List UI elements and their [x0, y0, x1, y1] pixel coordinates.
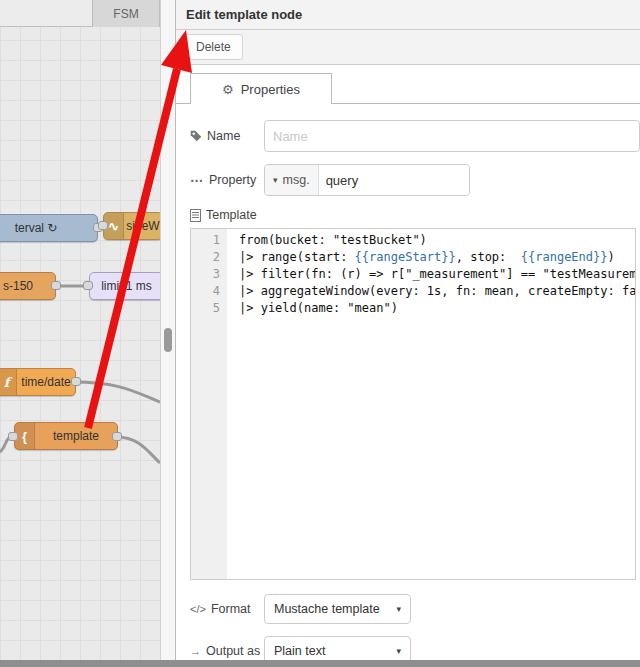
- tab-properties[interactable]: ⚙ Properties: [190, 73, 332, 104]
- port-in-sinewave[interactable]: [98, 221, 108, 230]
- template-label-text: Template: [206, 208, 257, 222]
- node-s150[interactable]: s-150: [0, 272, 56, 300]
- property-label-text: Property: [209, 173, 256, 187]
- node-sinewave-label: sineW: [124, 213, 160, 239]
- chevron-down-icon: ▾: [273, 175, 278, 185]
- gear-icon: ⚙: [222, 82, 234, 97]
- node-interval[interactable]: terval ↻: [0, 214, 98, 242]
- name-label: Name: [190, 129, 264, 143]
- template-label-row: Template: [190, 208, 640, 222]
- name-label-text: Name: [207, 129, 240, 143]
- format-select-value: Mustache template: [274, 602, 380, 616]
- format-row: </> Format Mustache template ▾: [190, 594, 640, 624]
- node-limit-label: limit 1 ms: [90, 273, 160, 299]
- tab-properties-label: Properties: [241, 82, 300, 97]
- template-brace-icon: {: [15, 423, 35, 449]
- template-label: Template: [190, 208, 264, 222]
- canvas-vertical-scrollbar[interactable]: [160, 0, 175, 660]
- edit-tray-tabs: ⚙ Properties: [176, 73, 640, 104]
- format-select[interactable]: Mustache template ▾: [264, 594, 411, 624]
- property-label: ⋯ Property: [190, 173, 264, 188]
- property-type-button[interactable]: ▾ msg.: [265, 165, 319, 195]
- port-in-limit[interactable]: [83, 281, 93, 290]
- edit-tray-toolbar: Delete: [176, 30, 640, 65]
- property-value-input[interactable]: [319, 165, 469, 195]
- template-code-editor[interactable]: 12345 from(bucket: "testBucket")|> range…: [190, 228, 636, 580]
- horizontal-scrollbar[interactable]: [0, 660, 640, 667]
- port-out-s150[interactable]: [51, 281, 61, 290]
- name-input[interactable]: [264, 120, 640, 152]
- node-limit[interactable]: limit 1 ms: [89, 272, 160, 300]
- node-template[interactable]: { template: [14, 422, 118, 450]
- property-typed-input: ▾ msg.: [264, 164, 470, 196]
- flow-wires: [0, 0, 160, 660]
- node-time-date-label: time/date: [17, 369, 75, 395]
- node-interval-label: terval ↻: [0, 215, 97, 241]
- flow-canvas[interactable]: terval ↻ ∿ sineW s-150 limit 1 ms f time…: [0, 0, 160, 660]
- edit-form: Name ⋯ Property ▾ msg.: [176, 104, 640, 666]
- format-label: </> Format: [190, 602, 264, 616]
- port-in-template[interactable]: [8, 432, 18, 441]
- node-template-label: template: [35, 423, 117, 449]
- name-row: Name: [190, 120, 640, 152]
- port-out-template[interactable]: [112, 432, 122, 441]
- flow-tab-bar: FSM: [0, 0, 160, 27]
- property-type-label: msg.: [283, 173, 310, 187]
- node-sinewave[interactable]: ∿ sineW: [103, 212, 160, 240]
- port-out-time-date[interactable]: [71, 377, 81, 386]
- ellipsis-icon: ⋯: [190, 173, 204, 188]
- function-icon: f: [0, 369, 17, 395]
- editor-gutter: 12345: [191, 229, 227, 579]
- property-row: ⋯ Property ▾ msg.: [190, 164, 640, 196]
- edit-tray-title: Edit template node: [176, 0, 640, 30]
- code-icon: </>: [190, 603, 206, 615]
- output-label: → Output as: [190, 644, 264, 658]
- delete-button[interactable]: Delete: [184, 34, 243, 60]
- editor-code[interactable]: from(bucket: "testBucket")|> range(start…: [227, 229, 635, 579]
- flow-tab-fsm[interactable]: FSM: [92, 0, 160, 27]
- output-select-value: Plain text: [274, 644, 325, 658]
- chevron-down-icon: ▾: [396, 646, 401, 656]
- node-time-date[interactable]: f time/date: [0, 368, 76, 396]
- output-label-text: Output as: [206, 644, 260, 658]
- node-red-window: terval ↻ ∿ sineW s-150 limit 1 ms f time…: [0, 0, 640, 667]
- arrow-right-icon: →: [190, 645, 201, 657]
- tag-icon: [190, 130, 202, 142]
- format-label-text: Format: [211, 602, 251, 616]
- node-s150-label: s-150: [0, 273, 55, 299]
- edit-tray: Edit template node Delete ⚙ Properties: [175, 0, 640, 660]
- scrollbar-thumb[interactable]: [164, 328, 172, 352]
- chevron-down-icon: ▾: [396, 604, 401, 614]
- document-icon: [190, 209, 201, 222]
